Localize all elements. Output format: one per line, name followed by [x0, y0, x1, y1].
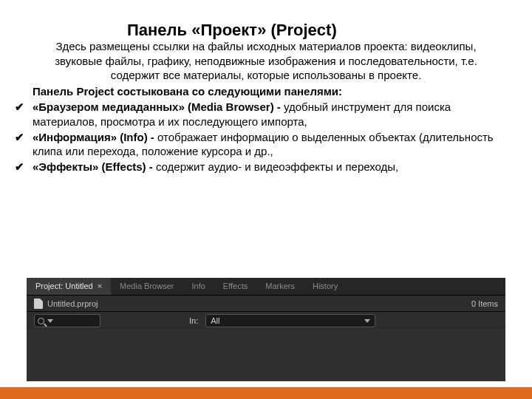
list-item: «Информация» (Info) - отображает информа… [33, 130, 499, 160]
in-label: In: [189, 316, 198, 325]
tab-effects[interactable]: Effects [214, 278, 256, 295]
bullet-list: «Браузером медиаданных» (Media Browser) … [33, 100, 499, 174]
subheading: Панель Project состыкована со следующими… [33, 84, 499, 99]
intro-text: Здесь размещены ссылки на файлы исходных… [33, 39, 499, 83]
chevron-down-icon [364, 319, 370, 323]
item-count: 0 Items [471, 299, 498, 308]
tab-media-browser[interactable]: Media Browser [111, 278, 183, 295]
chevron-down-icon[interactable] [47, 319, 53, 323]
project-filename: Untitled.prproj [47, 299, 98, 308]
panel-tabs: Project: Untitled× Media Browser Info Ef… [27, 278, 505, 296]
search-icon [38, 318, 44, 324]
close-icon[interactable]: × [98, 282, 102, 290]
list-item: «Эффекты» (Effects) - содержит аудио- и … [33, 160, 499, 174]
document-icon [34, 299, 43, 309]
project-panel-screenshot: Project: Untitled× Media Browser Info Ef… [27, 278, 505, 381]
in-select[interactable]: All [205, 314, 375, 327]
project-bin-area[interactable] [27, 330, 505, 381]
list-item: «Браузером медиаданных» (Media Browser) … [33, 100, 499, 129]
search-input[interactable] [34, 314, 100, 327]
tab-markers[interactable]: Markers [256, 278, 304, 295]
tab-history[interactable]: History [304, 278, 347, 295]
page-title: Панель «Проект» (Project) [33, 21, 499, 39]
tab-info[interactable]: Info [183, 278, 214, 295]
footer-accent [0, 387, 532, 399]
tab-project[interactable]: Project: Untitled× [27, 278, 111, 295]
